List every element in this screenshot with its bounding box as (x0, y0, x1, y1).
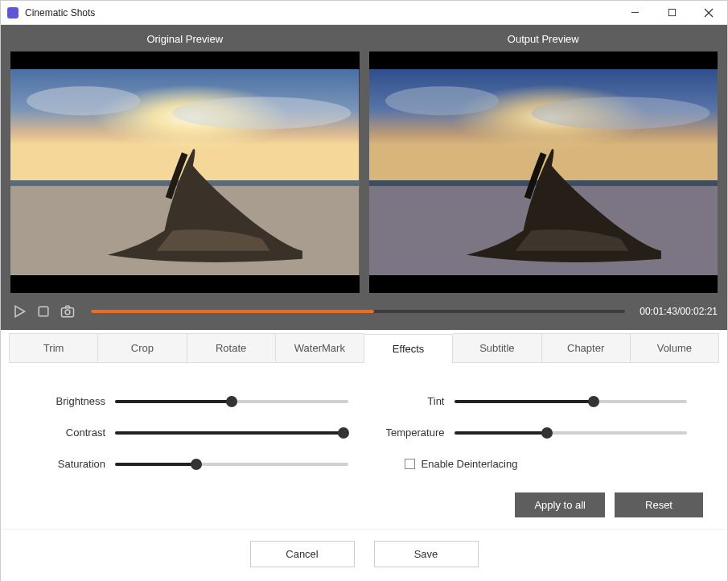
svg-point-13 (385, 86, 499, 115)
progress-bar[interactable] (91, 310, 625, 313)
original-preview (10, 52, 360, 293)
saturation-slider-row: Saturation (41, 458, 348, 470)
temperature-label: Temperature (380, 426, 445, 439)
saturation-slider[interactable] (115, 463, 348, 466)
svg-rect-19 (39, 307, 48, 316)
progress-fill (91, 310, 374, 313)
svg-point-14 (531, 97, 709, 129)
contrast-label: Contrast (41, 426, 105, 439)
minimize-button[interactable] (616, 1, 653, 25)
tab-subtitle[interactable]: Subtitle (453, 333, 541, 362)
cancel-button[interactable]: Cancel (250, 541, 355, 567)
window-title: Cinematic Shots (25, 7, 95, 19)
temperature-thumb[interactable] (541, 427, 553, 439)
close-button[interactable] (690, 1, 727, 25)
snapshot-button[interactable] (59, 303, 76, 320)
brightness-label: Brightness (41, 395, 105, 407)
titlebar: Cinematic Shots (1, 1, 727, 25)
tint-thumb[interactable] (588, 396, 599, 407)
effects-actions: Apply to all Reset (1, 486, 727, 529)
footer-actions: Cancel Save (1, 529, 727, 579)
deinterlacing-checkbox[interactable] (405, 459, 415, 469)
tabs: TrimCropRotateWaterMarkEffectsSubtitleCh… (9, 333, 719, 363)
svg-point-6 (27, 86, 140, 115)
effects-panel: Brightness Contrast Saturation (1, 363, 727, 486)
contrast-slider-row: Contrast (41, 426, 348, 439)
saturation-label: Saturation (41, 458, 105, 470)
tint-slider[interactable] (454, 400, 688, 403)
contrast-slider[interactable] (115, 431, 348, 435)
temperature-slider-row: Temperature (380, 426, 688, 439)
temperature-slider[interactable] (454, 431, 688, 435)
stop-button[interactable] (35, 303, 52, 320)
svg-marker-18 (15, 306, 25, 316)
contrast-thumb[interactable] (338, 427, 349, 439)
tint-slider-row: Tint (380, 395, 688, 407)
reset-button[interactable]: Reset (615, 492, 703, 517)
output-preview (369, 52, 718, 293)
deinterlacing-label: Enable Deinterlacing (422, 458, 518, 470)
playback-bar: 00:01:43/00:02:21 (10, 303, 718, 320)
maximize-button[interactable] (653, 1, 690, 25)
tint-label: Tint (380, 395, 445, 407)
editor-panel: TrimCropRotateWaterMarkEffectsSubtitleCh… (1, 330, 727, 581)
tab-watermark[interactable]: WaterMark (276, 333, 364, 362)
brightness-slider[interactable] (115, 400, 348, 403)
tab-effects[interactable]: Effects (364, 334, 453, 363)
saturation-thumb[interactable] (191, 459, 202, 470)
app-window: Cinematic Shots Original Preview Output … (0, 0, 728, 581)
output-preview-label: Output Preview (369, 33, 718, 45)
preview-area: Original Preview Output Preview (1, 25, 727, 330)
svg-rect-1 (668, 9, 675, 15)
play-button[interactable] (10, 303, 28, 320)
svg-point-7 (173, 97, 352, 129)
tab-rotate[interactable]: Rotate (187, 333, 276, 362)
svg-point-21 (65, 310, 70, 315)
tab-volume[interactable]: Volume (631, 333, 719, 362)
save-button[interactable]: Save (374, 541, 479, 567)
brightness-slider-row: Brightness (41, 395, 348, 407)
brightness-thumb[interactable] (226, 396, 237, 407)
deinterlacing-row: Enable Deinterlacing (405, 458, 688, 470)
time-display: 00:01:43/00:02:21 (640, 306, 718, 317)
original-preview-label: Original Preview (10, 33, 360, 45)
window-controls (616, 1, 727, 25)
app-icon (7, 7, 19, 19)
tab-crop[interactable]: Crop (98, 333, 187, 362)
tab-trim[interactable]: Trim (9, 333, 98, 362)
tab-chapter[interactable]: Chapter (542, 333, 631, 362)
apply-all-button[interactable]: Apply to all (515, 492, 605, 517)
